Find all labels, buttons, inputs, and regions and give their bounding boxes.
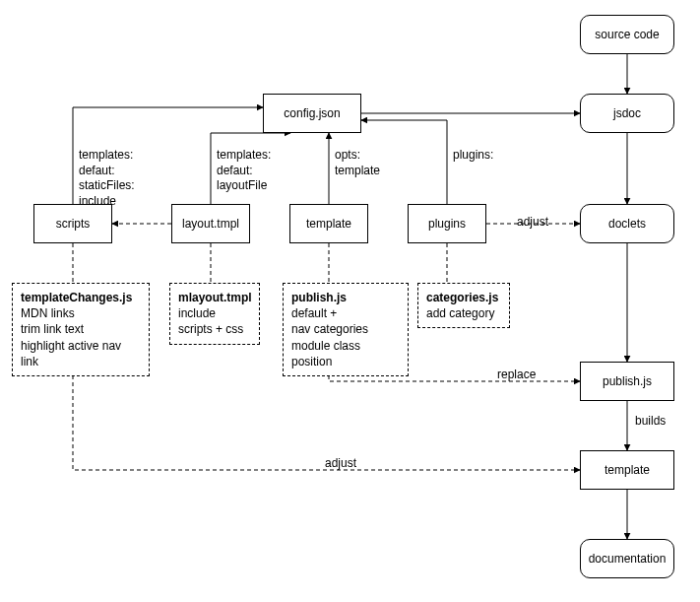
node-template-mid: template [289,204,368,243]
node-label: publish.js [603,374,652,388]
node-template-lower: template [580,450,674,490]
note-line: scripts + css [178,321,251,337]
node-label: template [605,463,650,477]
node-documentation: documentation [580,539,674,578]
edge-label-adjust-bottom: adjust [325,456,356,472]
node-config-json: config.json [263,94,361,133]
node-label: jsdoc [613,106,641,120]
node-label: source code [595,28,659,41]
note-mlayout: mlayout.tmpl include scripts + css [169,283,260,345]
node-label: plugins [428,217,466,231]
note-line: module class position [291,338,400,369]
note-line: trim link text [21,321,141,337]
node-label: documentation [589,552,667,566]
note-line: default + [291,305,400,321]
node-publish-js: publish.js [580,362,674,401]
node-label: layout.tmpl [182,217,239,231]
edge-label-builds: builds [635,414,666,430]
note-line: highlight active nav link [21,338,141,369]
note-categories: categories.js add category [417,283,510,328]
node-jsdoc: jsdoc [580,94,674,133]
node-plugins: plugins [408,204,486,243]
node-source-code: source code [580,15,674,54]
note-line: add category [426,305,501,321]
node-layout-tmpl: layout.tmpl [171,204,250,243]
edge-label-plugins: plugins: [453,148,493,164]
node-label: doclets [608,217,646,231]
note-title: mlayout.tmpl [178,290,251,305]
node-label: template [306,217,351,231]
note-title: categories.js [426,290,501,305]
edge-label-staticfiles: templates: defaut: staticFiles: include [79,148,135,209]
edge-label-adjust-top: adjust [517,215,548,231]
note-line: nav categories [291,321,400,337]
node-label: scripts [56,217,91,231]
note-line: include [178,305,251,321]
node-doclets: doclets [580,204,674,243]
note-template-changes: templateChanges.js MDN links trim link t… [12,283,150,376]
note-line: MDN links [21,305,141,321]
node-scripts: scripts [33,204,112,243]
edge-label-opts-template: opts: template [335,148,380,178]
edge-label-replace: replace [497,368,536,383]
edge-label-layoutfile: templates: defaut: layoutFile [217,148,271,194]
note-publish: publish.js default + nav categories modu… [283,283,409,376]
node-label: config.json [284,106,340,120]
note-title: templateChanges.js [21,290,141,305]
note-title: publish.js [291,290,400,305]
